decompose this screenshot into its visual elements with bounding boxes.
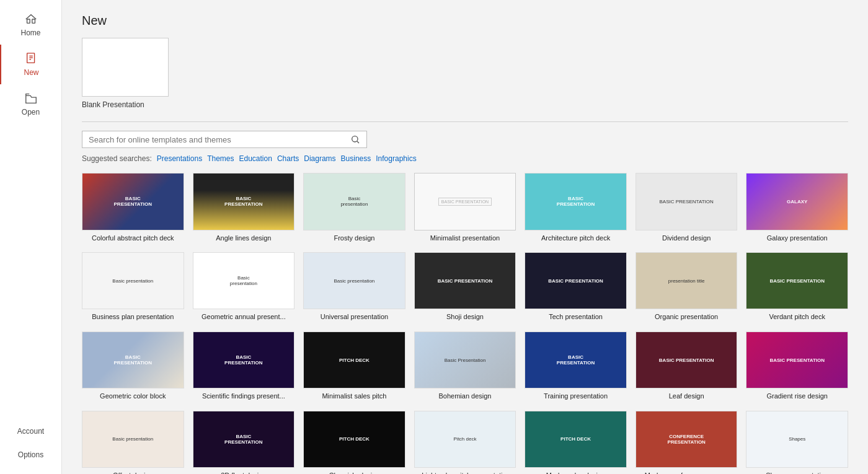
template-item-colorful-abstract[interactable]: BASIC PRESENTATIONColorful abstract pitc… [82, 173, 184, 242]
search-icon [350, 134, 360, 144]
sidebar-item-new[interactable]: New [0, 45, 61, 84]
template-thumb-bohemian: Basic Presentation [414, 331, 516, 389]
template-thumb-text-verdant: BASIC PRESENTATION [767, 276, 827, 286]
template-item-gradient[interactable]: BASIC PRESENTATIONGradient rise design [746, 331, 848, 401]
page-title: New [82, 14, 848, 28]
template-item-minisales[interactable]: PITCH DECKMinimalist sales pitch [303, 331, 405, 401]
template-item-universal[interactable]: Basic presentationUniversal presentation [303, 252, 405, 322]
template-item-lightsales[interactable]: Pitch deckLight sales pitch presentati..… [414, 411, 516, 474]
suggested-tag-business[interactable]: Business [341, 154, 371, 163]
sidebar-home-label: Home [20, 29, 40, 37]
template-item-modernconf[interactable]: Conference PresentationModern conference… [636, 411, 738, 474]
template-thumb-text-minimalist: BASIC PRESENTATION [438, 198, 492, 206]
svg-rect-1 [32, 19, 35, 23]
template-thumb-organic: presentation title [636, 252, 738, 310]
template-label-tech: Tech presentation [525, 312, 627, 321]
template-item-chronicle[interactable]: PITCH DECKChronicle design [303, 411, 405, 474]
template-label-verdant: Verdant pitch deck [746, 312, 848, 321]
template-thumb-text-training: Basic presentation [554, 352, 597, 368]
blank-section: Blank Presentation [82, 38, 848, 109]
template-item-geocolorblock[interactable]: BASIC PRESENTATIONGeometric color block [82, 331, 184, 401]
sidebar-item-home[interactable]: Home [0, 5, 61, 45]
template-item-shapes[interactable]: ShapesShapes presentation [746, 411, 848, 474]
search-input[interactable] [89, 135, 350, 144]
suggested-tag-themes[interactable]: Themes [207, 154, 234, 163]
template-item-offset[interactable]: Basic presentationOffset design [82, 411, 184, 474]
template-thumb-text-minisales: PITCH DECK [337, 355, 372, 366]
template-item-leaf[interactable]: BASIC PRESENTATIONLeaf design [636, 331, 738, 401]
template-label-angle-lines: Angle lines design [193, 234, 295, 242]
template-thumb-offset: Basic presentation [82, 411, 184, 468]
template-thumb-geometric: Basic presentation [193, 252, 295, 310]
suggested-tag-infographics[interactable]: Infographics [376, 154, 416, 163]
sidebar-item-open[interactable]: Open [0, 84, 61, 124]
template-item-verdant[interactable]: BASIC PRESENTATIONVerdant pitch deck [746, 252, 848, 322]
template-label-galaxy: Galaxy presentation [746, 234, 848, 242]
template-item-bizplan[interactable]: Basic presentationBusiness plan presenta… [82, 252, 184, 322]
template-label-chronicle: Chronicle design [303, 471, 405, 474]
template-item-organic[interactable]: presentation titleOrganic presentation [636, 252, 738, 322]
template-thumb-text-lightsales: Pitch deck [451, 434, 479, 444]
template-thumb-modoverlay: Pitch deck [525, 411, 627, 468]
template-item-shoji[interactable]: BASIC PRESENTATIONShoji design [414, 252, 516, 322]
suggested-label: Suggested searches: [82, 154, 152, 163]
suggested-tag-education[interactable]: Education [239, 154, 272, 163]
template-thumb-text-arch-pitch: BASIC PRESENTATION [554, 193, 597, 209]
template-label-leaf: Leaf design [636, 392, 738, 400]
template-thumb-text-shapes: Shapes [786, 434, 808, 444]
template-item-bohemian[interactable]: Basic PresentationBohemian design [414, 331, 516, 401]
template-thumb-lightsales: Pitch deck [414, 411, 516, 468]
template-thumb-text-organic: presentation title [666, 276, 707, 286]
sidebar-open-label: Open [22, 108, 40, 116]
template-item-frosty[interactable]: Basic presentationFrosty design [303, 173, 405, 242]
template-item-geometric[interactable]: Basic presentationGeometric annual prese… [193, 252, 295, 322]
template-thumb-text-geocolorblock: BASIC PRESENTATION [112, 352, 154, 368]
template-thumb-shoji: BASIC PRESENTATION [414, 252, 516, 310]
template-item-minimalist[interactable]: BASIC PRESENTATIONMinimalist presentatio… [414, 173, 516, 242]
svg-line-7 [357, 141, 359, 143]
template-item-float3d[interactable]: Basic presentation3D float design [193, 411, 295, 474]
template-item-dividend[interactable]: BASIC PRESENTATIONDividend design [636, 173, 738, 242]
template-thumb-leaf: BASIC PRESENTATION [636, 331, 738, 389]
template-thumb-text-tech: BASIC PRESENTATION [546, 276, 606, 286]
options-label: Options [18, 450, 43, 459]
template-item-modoverlay[interactable]: Pitch deckMod overlay design [525, 411, 627, 474]
sidebar-item-account[interactable]: Account [0, 419, 61, 443]
template-thumb-minisales: PITCH DECK [303, 331, 405, 389]
template-thumb-tech: BASIC PRESENTATION [525, 252, 627, 310]
template-label-modernconf: Modern conference prese... [636, 471, 738, 474]
open-icon [24, 92, 38, 105]
template-thumb-text-frosty: Basic presentation [338, 193, 370, 209]
home-icon [24, 12, 38, 26]
search-bar[interactable] [82, 131, 367, 148]
template-label-float3d: 3D float design [193, 471, 295, 474]
template-item-angle-lines[interactable]: BASIC PRESENTATIONAngle lines design [193, 173, 295, 242]
template-thumb-chronicle: PITCH DECK [303, 411, 405, 468]
template-thumb-universal: Basic presentation [303, 252, 405, 310]
template-thumb-verdant: BASIC PRESENTATION [746, 252, 848, 310]
template-thumb-colorful-abstract: BASIC PRESENTATION [82, 173, 184, 230]
template-thumb-text-bizplan: Basic presentation [110, 276, 156, 286]
blank-presentation-thumb[interactable] [82, 38, 169, 97]
sidebar-item-options[interactable]: Options [0, 443, 61, 467]
template-item-scientific[interactable]: BASIC PRESENTATIONScientific findings pr… [193, 331, 295, 401]
template-item-galaxy[interactable]: GALAXYGalaxy presentation [746, 173, 848, 242]
template-thumb-scientific: BASIC PRESENTATION [193, 331, 295, 389]
blank-presentation-label: Blank Presentation [82, 100, 144, 109]
template-thumb-dividend: BASIC PRESENTATION [636, 173, 738, 230]
suggested-tag-presentations[interactable]: Presentations [157, 154, 202, 163]
template-item-training[interactable]: Basic presentationTraining presentation [525, 331, 627, 401]
suggested-tag-diagrams[interactable]: Diagrams [304, 154, 335, 163]
template-thumb-text-angle-lines: BASIC PRESENTATION [222, 193, 265, 209]
template-label-organic: Organic presentation [636, 312, 738, 321]
template-item-tech[interactable]: BASIC PRESENTATIONTech presentation [525, 252, 627, 322]
template-label-geometric: Geometric annual present... [193, 312, 295, 321]
template-thumb-text-shoji: BASIC PRESENTATION [435, 276, 495, 286]
template-item-arch-pitch[interactable]: BASIC PRESENTATIONArchitecture pitch dec… [525, 173, 627, 242]
template-thumb-frosty: Basic presentation [303, 173, 405, 230]
suggested-searches: Suggested searches: Presentations Themes… [82, 154, 848, 163]
template-label-scientific: Scientific findings present... [193, 392, 295, 400]
template-label-universal: Universal presentation [303, 312, 405, 321]
suggested-tag-charts[interactable]: Charts [277, 154, 299, 163]
template-thumb-text-scientific: BASIC PRESENTATION [222, 352, 265, 368]
